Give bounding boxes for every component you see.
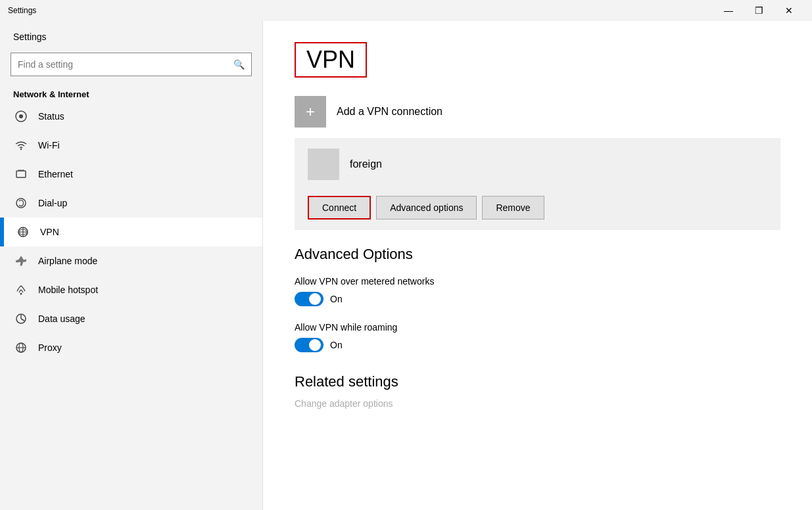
toggle-roaming[interactable] [295, 338, 323, 352]
sidebar-item-label-hotspot: Mobile hotspot [38, 285, 98, 295]
toggle-metered-state: On [330, 294, 343, 304]
status-icon [13, 108, 29, 124]
sidebar-item-ethernet[interactable]: Ethernet [0, 160, 262, 189]
remove-button[interactable]: Remove [482, 196, 544, 220]
toggle-roaming-knob [309, 339, 321, 351]
wifi-icon [13, 137, 29, 153]
toggle-roaming-state: On [330, 340, 343, 350]
airplane-icon [13, 253, 29, 269]
sidebar-item-label-wifi: Wi-Fi [38, 140, 60, 151]
option-metered-label: Allow VPN over metered networks [295, 276, 780, 287]
add-vpn-row[interactable]: + Add a VPN connection [295, 96, 780, 128]
advanced-options-title: Advanced Options [295, 246, 780, 263]
ethernet-icon [13, 166, 29, 182]
minimize-button[interactable]: — [713, 0, 744, 21]
window-controls: — ❐ ✕ [713, 0, 804, 21]
sidebar-item-label-datausage: Data usage [38, 313, 85, 324]
sidebar-item-datausage[interactable]: Data usage [0, 304, 262, 333]
proxy-icon [13, 340, 29, 356]
vpn-icon [15, 224, 31, 240]
sidebar-item-wifi[interactable]: Wi-Fi [0, 131, 262, 160]
sidebar-item-label-proxy: Proxy [38, 342, 62, 353]
app-title: Settings [8, 6, 36, 15]
sidebar-item-status[interactable]: Status [0, 102, 262, 131]
sidebar-item-label-status: Status [38, 111, 64, 122]
page-content: VPN + Add a VPN connection foreign Conne… [263, 21, 812, 510]
related-settings: Related settings Change adapter options [295, 373, 780, 409]
close-button[interactable]: ✕ [774, 0, 804, 21]
related-settings-title: Related settings [295, 373, 780, 390]
maximize-button[interactable]: ❐ [744, 0, 774, 21]
option-roaming-label: Allow VPN while roaming [295, 322, 780, 333]
dialup-icon [13, 195, 29, 211]
vpn-buttons: Connect Advanced options Remove [295, 191, 780, 230]
option-roaming-toggle-row: On [295, 338, 780, 352]
advanced-options-button[interactable]: Advanced options [376, 196, 477, 220]
add-vpn-label: Add a VPN connection [337, 106, 442, 118]
search-box[interactable]: 🔍 [11, 53, 252, 76]
add-vpn-icon: + [295, 96, 326, 128]
sidebar-item-dialup[interactable]: Dial-up [0, 189, 262, 218]
vpn-connection-icon [308, 149, 339, 180]
vpn-connection-top: foreign [295, 138, 780, 191]
option-metered-networks: Allow VPN over metered networks On [295, 276, 780, 306]
option-metered-toggle-row: On [295, 292, 780, 306]
main-content: Settings 🔍 Network & Internet Status [0, 21, 812, 510]
toggle-metered-knob [309, 293, 321, 305]
sidebar-title: Settings [0, 21, 262, 47]
svg-rect-3 [16, 171, 26, 177]
sidebar-item-hotspot[interactable]: Mobile hotspot [0, 275, 262, 304]
option-roaming: Allow VPN while roaming On [295, 322, 780, 352]
vpn-connection-card: foreign Connect Advanced options Remove [295, 138, 780, 230]
datausage-icon [13, 311, 29, 327]
svg-point-11 [20, 293, 22, 295]
svg-point-2 [20, 149, 22, 150]
advanced-options-section: Advanced Options Allow VPN over metered … [295, 246, 780, 352]
search-icon: 🔍 [233, 59, 245, 70]
hotspot-icon [13, 282, 29, 298]
related-settings-link[interactable]: Change adapter options [295, 398, 780, 409]
sidebar-section-header: Network & Internet [0, 84, 262, 102]
connect-button[interactable]: Connect [308, 196, 371, 220]
svg-point-1 [19, 114, 23, 118]
sidebar-item-vpn[interactable]: VPN [0, 218, 262, 246]
vpn-connection-name: foreign [350, 158, 382, 170]
page-title: VPN [295, 42, 367, 78]
sidebar-item-airplane[interactable]: Airplane mode [0, 246, 262, 275]
title-bar: Settings — ❐ ✕ [0, 0, 812, 21]
search-input[interactable] [18, 59, 233, 70]
sidebar-item-label-airplane: Airplane mode [38, 256, 97, 266]
sidebar-item-label-ethernet: Ethernet [38, 169, 73, 179]
sidebar-item-proxy[interactable]: Proxy [0, 333, 262, 362]
sidebar-item-label-vpn: VPN [40, 227, 59, 237]
sidebar-item-label-dialup: Dial-up [38, 198, 67, 208]
toggle-metered-networks[interactable] [295, 292, 323, 306]
sidebar: Settings 🔍 Network & Internet Status [0, 21, 263, 510]
